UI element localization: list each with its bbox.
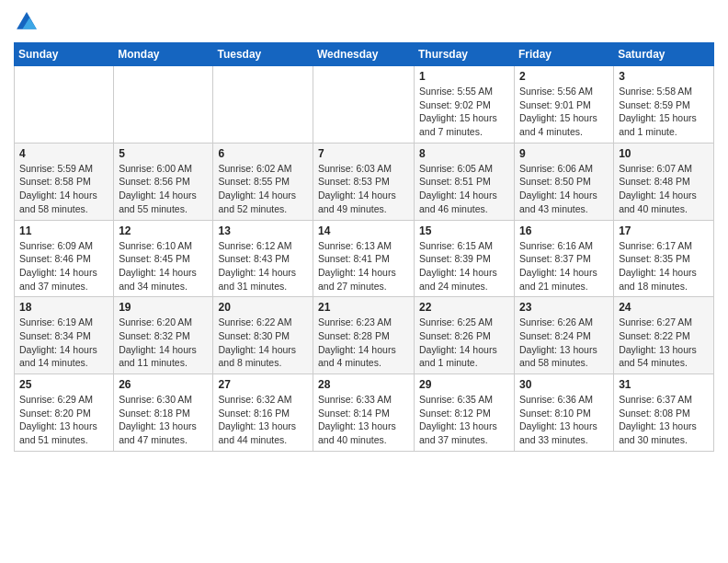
calendar-cell	[213, 66, 313, 144]
page: SundayMondayTuesdayWednesdayThursdayFrid…	[0, 0, 728, 563]
day-info: Sunrise: 5:59 AM Sunset: 8:58 PM Dayligh…	[19, 162, 108, 216]
calendar-cell	[15, 66, 114, 144]
day-info: Sunrise: 6:03 AM Sunset: 8:53 PM Dayligh…	[318, 162, 409, 216]
calendar-cell: 18Sunrise: 6:19 AM Sunset: 8:34 PM Dayli…	[15, 297, 114, 374]
weekday-header-friday: Friday	[515, 43, 614, 66]
day-info: Sunrise: 5:56 AM Sunset: 9:01 PM Dayligh…	[519, 85, 609, 139]
calendar-cell: 8Sunrise: 6:05 AM Sunset: 8:51 PM Daylig…	[415, 143, 515, 220]
day-number: 17	[619, 224, 709, 237]
day-info: Sunrise: 6:15 AM Sunset: 8:39 PM Dayligh…	[419, 239, 509, 293]
header	[14, 9, 714, 35]
day-number: 24	[619, 301, 709, 314]
calendar-cell: 16Sunrise: 6:16 AM Sunset: 8:37 PM Dayli…	[515, 220, 614, 297]
day-number: 26	[119, 378, 208, 391]
day-number: 22	[419, 301, 509, 314]
week-row-1: 4Sunrise: 5:59 AM Sunset: 8:58 PM Daylig…	[15, 143, 714, 220]
calendar-cell: 13Sunrise: 6:12 AM Sunset: 8:43 PM Dayli…	[213, 220, 313, 297]
day-number: 28	[318, 378, 409, 391]
day-info: Sunrise: 5:58 AM Sunset: 8:59 PM Dayligh…	[619, 85, 709, 139]
day-number: 3	[619, 70, 709, 83]
day-info: Sunrise: 6:16 AM Sunset: 8:37 PM Dayligh…	[519, 239, 609, 293]
day-info: Sunrise: 6:17 AM Sunset: 8:35 PM Dayligh…	[619, 239, 709, 293]
day-info: Sunrise: 6:20 AM Sunset: 8:32 PM Dayligh…	[119, 316, 208, 370]
logo	[14, 9, 43, 35]
day-info: Sunrise: 6:19 AM Sunset: 8:34 PM Dayligh…	[19, 316, 108, 370]
day-number: 4	[19, 147, 108, 160]
week-row-2: 11Sunrise: 6:09 AM Sunset: 8:46 PM Dayli…	[15, 220, 714, 297]
calendar-cell: 3Sunrise: 5:58 AM Sunset: 8:59 PM Daylig…	[614, 66, 714, 144]
calendar-cell: 1Sunrise: 5:55 AM Sunset: 9:02 PM Daylig…	[415, 66, 515, 144]
weekday-header-sunday: Sunday	[15, 43, 114, 66]
day-number: 25	[19, 378, 108, 391]
calendar-cell: 10Sunrise: 6:07 AM Sunset: 8:48 PM Dayli…	[614, 143, 714, 220]
calendar-body: 1Sunrise: 5:55 AM Sunset: 9:02 PM Daylig…	[15, 66, 714, 452]
day-info: Sunrise: 6:13 AM Sunset: 8:41 PM Dayligh…	[318, 239, 409, 293]
calendar-cell: 31Sunrise: 6:37 AM Sunset: 8:08 PM Dayli…	[614, 374, 714, 452]
calendar-cell: 25Sunrise: 6:29 AM Sunset: 8:20 PM Dayli…	[15, 374, 114, 452]
calendar-cell: 21Sunrise: 6:23 AM Sunset: 8:28 PM Dayli…	[313, 297, 415, 374]
calendar-cell: 17Sunrise: 6:17 AM Sunset: 8:35 PM Dayli…	[614, 220, 714, 297]
day-number: 5	[119, 147, 208, 160]
weekday-row: SundayMondayTuesdayWednesdayThursdayFrid…	[15, 43, 714, 66]
day-number: 20	[218, 301, 308, 314]
calendar-cell: 15Sunrise: 6:15 AM Sunset: 8:39 PM Dayli…	[415, 220, 515, 297]
calendar-cell: 11Sunrise: 6:09 AM Sunset: 8:46 PM Dayli…	[15, 220, 114, 297]
day-info: Sunrise: 6:12 AM Sunset: 8:43 PM Dayligh…	[218, 239, 308, 293]
calendar-cell: 22Sunrise: 6:25 AM Sunset: 8:26 PM Dayli…	[415, 297, 515, 374]
day-number: 15	[419, 224, 509, 237]
day-number: 16	[519, 224, 609, 237]
day-info: Sunrise: 6:27 AM Sunset: 8:22 PM Dayligh…	[619, 316, 709, 370]
day-info: Sunrise: 6:05 AM Sunset: 8:51 PM Dayligh…	[419, 162, 509, 216]
day-info: Sunrise: 6:02 AM Sunset: 8:55 PM Dayligh…	[218, 162, 308, 216]
calendar-cell: 30Sunrise: 6:36 AM Sunset: 8:10 PM Dayli…	[515, 374, 614, 452]
day-number: 7	[318, 147, 409, 160]
day-info: Sunrise: 6:36 AM Sunset: 8:10 PM Dayligh…	[519, 393, 609, 447]
day-info: Sunrise: 6:37 AM Sunset: 8:08 PM Dayligh…	[619, 393, 709, 447]
day-number: 31	[619, 378, 709, 391]
calendar-cell: 14Sunrise: 6:13 AM Sunset: 8:41 PM Dayli…	[313, 220, 415, 297]
day-number: 19	[119, 301, 208, 314]
day-number: 2	[519, 70, 609, 83]
day-info: Sunrise: 6:07 AM Sunset: 8:48 PM Dayligh…	[619, 162, 709, 216]
day-number: 12	[119, 224, 208, 237]
day-number: 18	[19, 301, 108, 314]
calendar: SundayMondayTuesdayWednesdayThursdayFrid…	[14, 42, 714, 452]
day-number: 13	[218, 224, 308, 237]
weekday-header-thursday: Thursday	[415, 43, 515, 66]
calendar-header: SundayMondayTuesdayWednesdayThursdayFrid…	[15, 43, 714, 66]
calendar-cell: 7Sunrise: 6:03 AM Sunset: 8:53 PM Daylig…	[313, 143, 415, 220]
day-info: Sunrise: 6:00 AM Sunset: 8:56 PM Dayligh…	[119, 162, 208, 216]
day-info: Sunrise: 6:25 AM Sunset: 8:26 PM Dayligh…	[419, 316, 509, 370]
day-number: 29	[419, 378, 509, 391]
weekday-header-monday: Monday	[114, 43, 213, 66]
weekday-header-wednesday: Wednesday	[313, 43, 415, 66]
calendar-cell: 5Sunrise: 6:00 AM Sunset: 8:56 PM Daylig…	[114, 143, 213, 220]
calendar-cell: 29Sunrise: 6:35 AM Sunset: 8:12 PM Dayli…	[415, 374, 515, 452]
calendar-cell: 23Sunrise: 6:26 AM Sunset: 8:24 PM Dayli…	[515, 297, 614, 374]
calendar-cell: 19Sunrise: 6:20 AM Sunset: 8:32 PM Dayli…	[114, 297, 213, 374]
logo-icon	[14, 9, 40, 35]
day-info: Sunrise: 6:22 AM Sunset: 8:30 PM Dayligh…	[218, 316, 308, 370]
day-number: 27	[218, 378, 308, 391]
day-info: Sunrise: 6:26 AM Sunset: 8:24 PM Dayligh…	[519, 316, 609, 370]
day-number: 23	[519, 301, 609, 314]
calendar-cell	[313, 66, 415, 144]
day-info: Sunrise: 6:30 AM Sunset: 8:18 PM Dayligh…	[119, 393, 208, 447]
calendar-cell: 6Sunrise: 6:02 AM Sunset: 8:55 PM Daylig…	[213, 143, 313, 220]
day-number: 10	[619, 147, 709, 160]
calendar-cell	[114, 66, 213, 144]
calendar-cell: 12Sunrise: 6:10 AM Sunset: 8:45 PM Dayli…	[114, 220, 213, 297]
weekday-header-tuesday: Tuesday	[213, 43, 313, 66]
day-number: 1	[419, 70, 509, 83]
day-info: Sunrise: 6:33 AM Sunset: 8:14 PM Dayligh…	[318, 393, 409, 447]
weekday-header-saturday: Saturday	[614, 43, 714, 66]
day-number: 14	[318, 224, 409, 237]
day-number: 8	[419, 147, 509, 160]
day-number: 30	[519, 378, 609, 391]
calendar-cell: 26Sunrise: 6:30 AM Sunset: 8:18 PM Dayli…	[114, 374, 213, 452]
calendar-cell: 2Sunrise: 5:56 AM Sunset: 9:01 PM Daylig…	[515, 66, 614, 144]
week-row-0: 1Sunrise: 5:55 AM Sunset: 9:02 PM Daylig…	[15, 66, 714, 144]
calendar-cell: 9Sunrise: 6:06 AM Sunset: 8:50 PM Daylig…	[515, 143, 614, 220]
day-info: Sunrise: 6:29 AM Sunset: 8:20 PM Dayligh…	[19, 393, 108, 447]
day-info: Sunrise: 6:09 AM Sunset: 8:46 PM Dayligh…	[19, 239, 108, 293]
